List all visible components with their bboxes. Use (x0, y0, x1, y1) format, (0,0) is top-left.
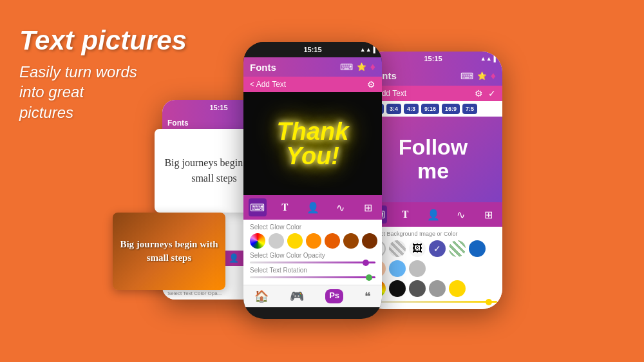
phone-center: 15:15 ▲▲▐ Fonts ⌨ ⭐ ♦ < Add Text ⚙ Thank… (243, 42, 382, 319)
center-glow-opacity-label: Select Glow Color Opacity (250, 252, 375, 259)
center-top-icons: ⌨ ⭐ ♦ (340, 61, 375, 73)
center-rotation-label: Select Text Rotation (250, 267, 375, 274)
center-keyboard-btn[interactable]: ⌨ (249, 198, 267, 216)
aspect-3-4[interactable]: 3:4 (386, 104, 401, 114)
center-rotation-thumb (366, 274, 372, 281)
bg-blue-dot[interactable] (469, 240, 486, 257)
right-canvas: Follow me (364, 117, 502, 202)
right-sub-bar: < Add Text ⚙ ✓ (364, 86, 502, 101)
right-effect-btn[interactable]: ∿ (452, 205, 470, 224)
right-status-bar: 15:15 ▲▲▐ (364, 52, 502, 66)
right-bg-color-row: ✕ 🖼 ✓ (369, 240, 497, 277)
center-toolbar: ⌨ 𝐓 👤 ∿ ⊞ (243, 195, 382, 220)
keyboard-icon-right: ⌨ (460, 71, 473, 81)
center-glow-label: Select Glow Color (250, 224, 375, 231)
right-gear-icon: ⚙ (475, 88, 483, 99)
aspect-9-16[interactable]: 9:16 (421, 104, 439, 114)
glow-darkbrown-dot[interactable] (362, 233, 377, 249)
right-style-btn[interactable]: 👤 (424, 205, 442, 224)
right-top-bar: Fonts ⌨ ⭐ ♦ (364, 66, 502, 86)
center-effect-btn[interactable]: ∿ (332, 198, 350, 216)
bg-stripe-dot[interactable] (389, 240, 406, 257)
glow-orange-dot[interactable] (306, 233, 321, 249)
bg-checker-dot[interactable] (449, 240, 466, 257)
right-bg-slider-thumb (486, 299, 492, 305)
bg-black-dot[interactable] (389, 280, 406, 297)
phone-right: 15:15 ▲▲▐ Fonts ⌨ ⭐ ♦ < Add Text ⚙ ✓ 1:1… (364, 52, 502, 309)
bg-selected-dot[interactable]: ✓ (429, 240, 446, 257)
card-dark: Big journeys begin with small steps (113, 213, 225, 290)
nav-game-icon[interactable]: 🎮 (290, 289, 304, 303)
star-icon-center: ⭐ (357, 62, 366, 71)
hero-section: Text pictures Easily turn words into gre… (19, 26, 187, 122)
glow-darkorange-dot[interactable] (325, 233, 340, 249)
hero-title: Text pictures (19, 26, 187, 55)
right-canvas-text: Follow me (399, 135, 468, 184)
center-status-bar: 15:15 ▲▲▐ (243, 42, 382, 57)
glow-rainbow-dot[interactable] (250, 233, 265, 249)
glow-brown-dot[interactable] (343, 233, 359, 249)
card-dark-text: Big journeys begin with small steps (119, 238, 219, 265)
gem-icon-right: ♦ (491, 70, 496, 82)
hero-subtitle: Easily turn words into great pictures (19, 62, 187, 122)
aspect-4-3[interactable]: 4:3 (404, 104, 419, 114)
right-more-btn[interactable]: ⊞ (480, 205, 498, 224)
right-status-time: 15:15 (424, 55, 442, 62)
keyboard-icon-center: ⌨ (340, 62, 353, 72)
right-bg-section: Select Background Image or Color ✕ 🖼 ✓ (364, 227, 502, 309)
bg-darkgray-dot[interactable] (409, 280, 426, 297)
right-bg-color-row2 (369, 280, 497, 297)
right-bg-label: Select Background Image or Color (369, 231, 497, 237)
glow-gray-dot[interactable] (269, 233, 284, 249)
center-canvas: Thank You! (243, 92, 382, 195)
center-sub-bar: < Add Text ⚙ (243, 77, 382, 92)
bg-lightgray-dot[interactable] (409, 260, 426, 277)
right-top-icons: ⌨ ⭐ ♦ (460, 70, 496, 82)
aspect-7-5[interactable]: 7:5 (462, 104, 477, 114)
right-check-icon: ✓ (488, 88, 496, 99)
center-glow-color-section: Select Glow Color Select Glow Color Opac… (243, 220, 382, 285)
style-toolbar-icon: 👤 (229, 253, 239, 263)
center-top-bar: Fonts ⌨ ⭐ ♦ (243, 57, 382, 77)
center-rotation-slider[interactable] (250, 276, 375, 278)
status-time-left: 15:15 (209, 104, 227, 111)
center-status-icons: ▲▲▐ (360, 46, 375, 53)
right-sub-icons: ⚙ ✓ (475, 88, 496, 99)
center-gear-icon: ⚙ (367, 79, 375, 90)
right-toolbar: ⌨ 𝐓 👤 ∿ ⊞ (364, 202, 502, 227)
center-top-title: Fonts (250, 62, 276, 73)
center-more-btn[interactable]: ⊞ (359, 198, 377, 216)
center-status-time: 15:15 (303, 46, 321, 53)
center-glow-opacity-slider[interactable] (250, 262, 375, 263)
center-nav-bar: 🏠 🎮 Ps ❝ (243, 285, 382, 307)
center-add-text: < Add Text (250, 80, 286, 89)
gem-icon-center: ♦ (370, 61, 375, 73)
center-glow-opacity-thumb (363, 260, 369, 266)
aspect-16-9[interactable]: 16:9 (442, 104, 460, 114)
bg-gray-dot[interactable] (429, 280, 446, 297)
right-status-icons: ▲▲▐ (480, 55, 496, 62)
nav-ps-icon[interactable]: Ps (325, 289, 343, 303)
nav-quote-icon[interactable]: ❝ (365, 289, 371, 303)
center-glow-color-row (250, 233, 375, 249)
center-style-btn[interactable]: 👤 (304, 198, 322, 216)
bg-yellow-dot[interactable] (449, 280, 466, 297)
bg-lightblue-dot[interactable] (389, 260, 406, 277)
right-font-btn[interactable]: 𝐓 (397, 205, 415, 224)
bg-image-picker[interactable]: 🖼 (409, 240, 426, 257)
right-bg-slider[interactable] (369, 301, 497, 303)
glow-yellow-dot[interactable] (287, 233, 303, 249)
star-icon-right: ⭐ (477, 71, 487, 81)
center-font-btn[interactable]: 𝐓 (276, 198, 294, 216)
nav-home-icon[interactable]: 🏠 (254, 289, 269, 303)
right-aspect-row: 1:1 3:4 4:3 9:16 16:9 7:5 (364, 101, 502, 117)
center-canvas-text: Thank You! (277, 119, 349, 168)
